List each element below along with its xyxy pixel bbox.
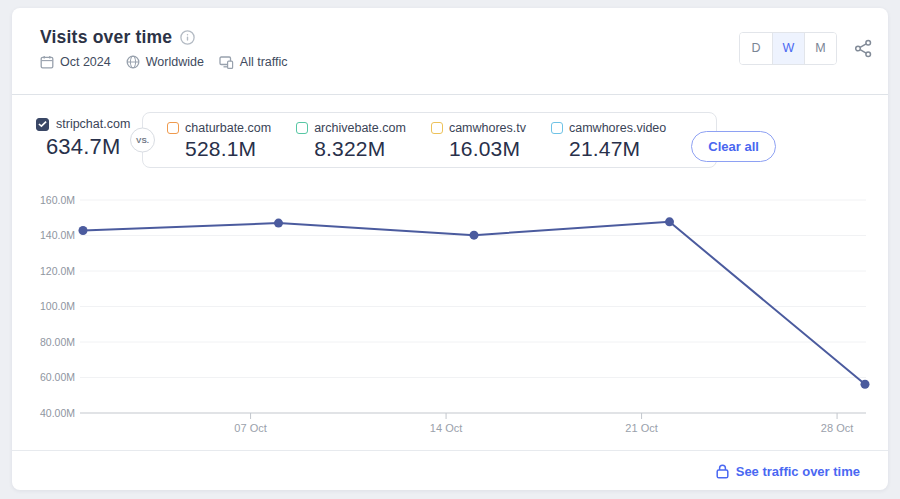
traffic-devices-icon <box>219 55 234 69</box>
header-divider <box>12 94 888 95</box>
competitor-checkbox-3[interactable] <box>551 122 563 134</box>
svg-text:120.0M: 120.0M <box>40 265 75 277</box>
visits-line-chart[interactable]: 160.0M140.0M120.0M100.0M80.00M60.00M40.0… <box>12 193 888 445</box>
clear-all-button[interactable]: Clear all <box>691 131 776 162</box>
competitor-domain-label: camwhores.tv <box>449 121 526 135</box>
granularity-monthly-button[interactable]: M <box>804 33 836 64</box>
competitor-checkbox-0[interactable] <box>167 122 179 134</box>
see-traffic-link[interactable]: See traffic over time <box>716 451 860 491</box>
meta-country-label: Worldwide <box>146 55 204 69</box>
svg-text:28 Oct: 28 Oct <box>821 422 853 434</box>
meta-traffic-label: All traffic <box>240 55 288 69</box>
competitor-value: 16.03M <box>449 137 526 161</box>
svg-text:100.0M: 100.0M <box>40 300 75 312</box>
svg-text:140.0M: 140.0M <box>40 229 75 241</box>
competitor-domain-label: camwhores.video <box>569 121 666 135</box>
meta-period: Oct 2024 <box>40 55 111 69</box>
competitors-box: VS. chaturbate.com 528.1M archivebate.co… <box>142 112 717 168</box>
granularity-daily-button[interactable]: D <box>740 33 772 64</box>
chart-meta: Oct 2024 Worldwide All traffic <box>40 55 288 69</box>
visits-over-time-card: Visits over time Oct 2024 <box>12 8 888 490</box>
competitor-domain-label: chaturbate.com <box>185 121 271 135</box>
globe-icon <box>126 55 140 69</box>
svg-text:160.0M: 160.0M <box>40 194 75 206</box>
svg-text:14 Oct: 14 Oct <box>430 422 462 434</box>
meta-period-label: Oct 2024 <box>60 55 111 69</box>
svg-text:40.00M: 40.00M <box>40 407 75 419</box>
competitor-value: 21.47M <box>569 137 666 161</box>
primary-domain-checkbox[interactable] <box>36 118 49 131</box>
svg-text:60.00M: 60.00M <box>40 371 75 383</box>
see-traffic-link-label: See traffic over time <box>736 464 860 479</box>
competitor-domain-label: archivebate.com <box>314 121 406 135</box>
competitor-item: camwhores.tv 16.03M <box>431 121 526 161</box>
granularity-weekly-button[interactable]: W <box>772 33 804 64</box>
meta-traffic: All traffic <box>219 55 288 69</box>
competitor-checkbox-1[interactable] <box>296 122 308 134</box>
card-footer: See traffic over time <box>12 450 888 490</box>
competitor-item: chaturbate.com 528.1M <box>167 121 271 161</box>
primary-domain-value: 634.7M <box>46 134 121 160</box>
svg-text:07 Oct: 07 Oct <box>234 422 266 434</box>
svg-text:21 Oct: 21 Oct <box>625 422 657 434</box>
svg-text:80.00M: 80.00M <box>40 336 75 348</box>
competitor-item: archivebate.com 8.322M <box>296 121 406 161</box>
visits-chart-svg: 160.0M140.0M120.0M100.0M80.00M60.00M40.0… <box>12 193 888 445</box>
competitor-checkbox-2[interactable] <box>431 122 443 134</box>
primary-domain-label: stripchat.com <box>56 117 130 131</box>
primary-domain-block: stripchat.com 634.7M <box>36 117 130 160</box>
meta-country: Worldwide <box>126 55 204 69</box>
lock-icon <box>716 464 729 479</box>
calendar-icon <box>40 55 54 69</box>
competitor-value: 528.1M <box>185 137 271 161</box>
vs-badge: VS. <box>130 128 155 153</box>
competitor-value: 8.322M <box>314 137 406 161</box>
page-title: Visits over time <box>40 27 172 48</box>
competitor-item: camwhores.video 21.47M <box>551 121 666 161</box>
info-icon[interactable] <box>180 30 195 45</box>
share-icon[interactable] <box>854 39 873 58</box>
granularity-toggle: D W M <box>739 32 837 65</box>
